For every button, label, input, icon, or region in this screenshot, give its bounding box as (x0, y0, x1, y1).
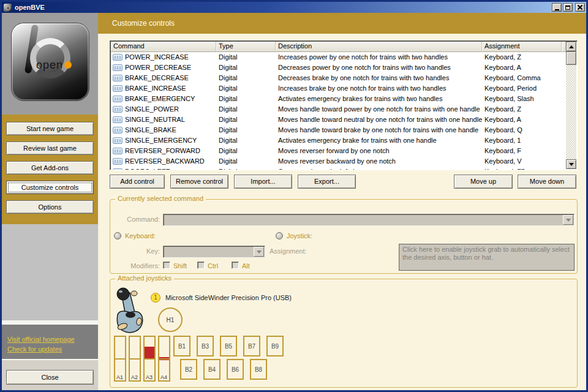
import-button[interactable]: Import... (234, 175, 292, 189)
table-row[interactable]: BRAKE_DECREASE Digital Decreases brake b… (111, 73, 566, 83)
move-up-button[interactable]: Move up (454, 175, 513, 189)
window-title: openBVE (15, 4, 552, 11)
chevron-down-icon (563, 215, 573, 225)
keyboard-radio[interactable] (114, 232, 121, 239)
keyboard-radio-label: Keyboard: (125, 232, 156, 239)
close-icon (577, 4, 583, 10)
type-cell: Digital (216, 146, 276, 156)
joystick-index-badge: 1 (151, 293, 160, 303)
command-cell: BRAKE_EMERGENCY (125, 95, 195, 102)
description-cell: Opens or closes the left doors (276, 167, 482, 170)
button-indicator-b6: B6 (227, 359, 244, 380)
table-row[interactable]: POWER_INCREASE Digital Increases power b… (111, 52, 566, 62)
button-indicator-b9: B9 (266, 336, 284, 356)
keyboard-icon (113, 75, 123, 81)
column-header-command[interactable]: Command (111, 42, 216, 52)
assignment-cell: Keyboard, Comma (482, 73, 562, 83)
group-title: Currently selected command (115, 195, 206, 202)
assignment-cell: Keyboard, Period (482, 83, 562, 94)
sidebar-footer: Close (2, 359, 98, 390)
sidebar-item-review-last-game[interactable]: Review last game (6, 141, 94, 155)
type-cell: Digital (216, 62, 276, 73)
remove-control-button[interactable]: Remove control (170, 175, 228, 189)
homepage-link[interactable]: Visit official homepage (7, 336, 75, 343)
table-row[interactable]: SINGLE_BRAKE Digital Moves handle toward… (111, 125, 566, 135)
command-label: Command: (110, 216, 160, 223)
hat-indicator: H1 (158, 307, 183, 332)
command-cell: POWER_INCREASE (125, 53, 189, 61)
assignment-cell: Keyboard, 1 (482, 135, 562, 146)
table-row[interactable]: POWER_DECREASE Digital Decreases power b… (111, 62, 566, 73)
table-body: POWER_INCREASE Digital Increases power b… (111, 52, 566, 170)
alt-checkbox-label: Alt (242, 262, 250, 270)
app-icon (4, 4, 12, 12)
command-cell: POWER_DECREASE (125, 64, 191, 71)
assignment-cell: Keyboard, F (482, 146, 562, 156)
table-row[interactable]: SINGLE_EMERGENCY Digital Activates emerg… (111, 135, 566, 146)
scroll-up-button[interactable] (566, 42, 576, 51)
assignment-cell: Keyboard, Z (482, 52, 562, 62)
description-cell: Increases power by one notch for trains … (276, 52, 482, 62)
assignment-label: Assignment: (270, 247, 307, 255)
joystick-radio[interactable] (276, 232, 283, 239)
command-cell: SINGLE_EMERGENCY (125, 137, 197, 144)
command-cell: SINGLE_NEUTRAL (125, 116, 185, 123)
sidebar-item-options[interactable]: Options (6, 200, 94, 214)
ctrl-checkbox[interactable] (197, 262, 205, 269)
scroll-down-button[interactable] (566, 159, 576, 169)
type-cell: Digital (216, 125, 276, 135)
sidebar-item-start-new-game[interactable]: Start new game (6, 122, 94, 135)
description-cell: Moves handle toward neutral by one notch… (276, 115, 482, 125)
command-select[interactable] (163, 214, 575, 226)
table-row[interactable]: BRAKE_INCREASE Digital Increases brake b… (111, 83, 566, 94)
minimize-button[interactable] (552, 3, 562, 12)
type-cell: Digital (216, 135, 276, 146)
updates-link[interactable]: Check for updates (7, 345, 62, 353)
add-control-button[interactable]: Add control (110, 175, 165, 189)
key-select[interactable] (163, 246, 265, 258)
button-indicator-b1: B1 (173, 336, 190, 356)
joystick-grab-box[interactable]: Click here to enable joystick grab to au… (399, 244, 575, 271)
table-row[interactable]: REVERSER_BACKWARD Digital Moves reverser… (111, 156, 566, 167)
description-cell: Decreases power by one notch for trains … (276, 62, 482, 73)
column-header-assignment[interactable]: Assignment (482, 42, 562, 52)
modifiers-label: Modifiers: (110, 262, 160, 270)
description-cell: Increases brake by one notch for trains … (276, 83, 482, 94)
openbve-logo: open (12, 23, 89, 100)
keyboard-icon (113, 85, 123, 92)
table-row[interactable]: SINGLE_NEUTRAL Digital Moves handle towa… (111, 115, 566, 125)
column-header-filler (562, 42, 566, 52)
button-indicator-b5: B5 (220, 336, 237, 356)
shift-checkbox-label: Shift (173, 262, 187, 270)
column-header-type[interactable]: Type (216, 42, 276, 52)
close-button[interactable]: Close (6, 370, 94, 385)
maximize-button[interactable] (563, 3, 573, 12)
table-row[interactable]: REVERSER_FORWARD Digital Moves reverser … (111, 146, 566, 156)
sidebar-item-get-addons[interactable]: Get Add-ons (6, 161, 94, 175)
table-row[interactable]: SINGLE_POWER Digital Moves handle toward… (111, 104, 566, 115)
column-header-description[interactable]: Description (276, 42, 482, 52)
scrollbar-thumb[interactable] (566, 51, 576, 65)
alt-checkbox[interactable] (232, 262, 239, 269)
description-cell: Moves reverser backward by one notch (276, 156, 482, 167)
table-row[interactable]: BRAKE_EMERGENCY Digital Activates emerge… (111, 94, 566, 104)
command-cell: SINGLE_POWER (125, 105, 179, 113)
assignment-cell: Keyboard, Slash (482, 94, 562, 104)
export-button[interactable]: Export... (298, 175, 356, 189)
table-scrollbar[interactable] (566, 42, 576, 169)
logo-panel: open (2, 13, 98, 115)
table-row[interactable]: DOORS_LEFT Digital Opens or closes the l… (111, 167, 566, 170)
type-cell: Digital (216, 115, 276, 125)
app-body: open Close Start new game Review last ga… (2, 13, 586, 390)
description-cell: Moves reverser forward by one notch (276, 146, 482, 156)
type-cell: Digital (216, 73, 276, 83)
group-title: Attached joysticks (115, 274, 174, 282)
window-close-button[interactable] (575, 3, 585, 12)
keyboard-icon (113, 116, 123, 123)
command-cell: REVERSER_BACKWARD (125, 157, 205, 165)
command-cell: BRAKE_INCREASE (125, 85, 186, 92)
description-cell: Moves handle toward brake by one notch f… (276, 125, 482, 135)
move-down-button[interactable]: Move down (518, 175, 576, 189)
shift-checkbox[interactable] (163, 262, 170, 269)
sidebar-item-customize-controls[interactable]: Customize controls (6, 181, 94, 194)
